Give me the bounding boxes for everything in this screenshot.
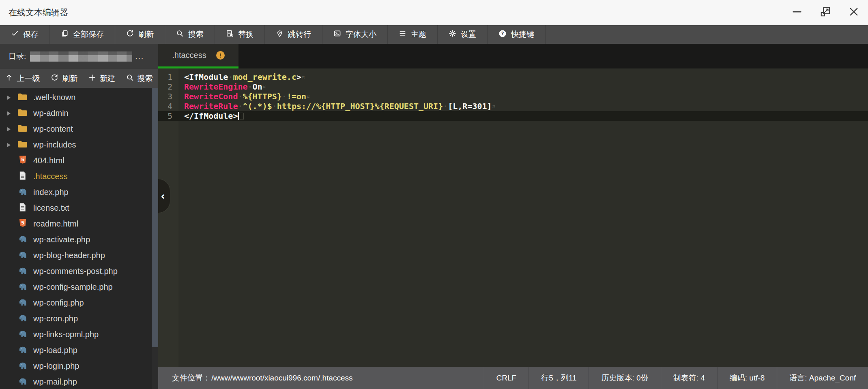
expand-arrow-icon[interactable] bbox=[7, 111, 17, 115]
pin-icon bbox=[276, 30, 284, 39]
status-segment-history-versions[interactable]: 历史版本: 0份 bbox=[589, 367, 660, 389]
whitespace-dot: · bbox=[238, 101, 243, 111]
refresh-button-label: 刷新 bbox=[138, 29, 154, 40]
sidebar-scrollbar[interactable] bbox=[152, 88, 158, 389]
status-segment-eol-mode[interactable]: CRLF bbox=[484, 367, 529, 389]
save-button[interactable]: 保存 bbox=[0, 25, 50, 44]
sidebar-action-up-level[interactable]: 上一级 bbox=[5, 73, 40, 84]
search-button[interactable]: 搜索 bbox=[165, 25, 215, 44]
tree-item-label: wp-includes bbox=[33, 140, 76, 150]
whitespace-dot: · bbox=[228, 72, 233, 82]
sidebar-action-search[interactable]: 搜索 bbox=[126, 73, 153, 84]
tree-item-label: wp-blog-header.php bbox=[33, 251, 105, 260]
search-button-label: 搜索 bbox=[188, 29, 204, 40]
code-token: On bbox=[253, 82, 262, 92]
expand-arrow-icon[interactable] bbox=[7, 127, 17, 131]
tree-item[interactable]: wp-mail.php bbox=[0, 374, 152, 389]
sidebar-action-label: 刷新 bbox=[62, 73, 77, 84]
directory-path-masked bbox=[30, 51, 132, 62]
tree-item[interactable]: 5404.html bbox=[0, 153, 152, 169]
code-token: <IfModule bbox=[184, 72, 228, 82]
shortcuts-button[interactable]: ?快捷键 bbox=[488, 25, 546, 44]
whitespace-dot: · bbox=[282, 92, 287, 101]
refresh-button[interactable]: 刷新 bbox=[115, 25, 165, 44]
code-token: [L,R=301] bbox=[448, 101, 492, 111]
code-token: mod_rewrite.c bbox=[233, 72, 296, 82]
code-line: 4RewriteRule·^(.*)$·https://%{HTTP_HOST}… bbox=[158, 101, 868, 111]
refresh-icon bbox=[126, 30, 134, 39]
code-line: 3RewriteCond·%{HTTPS}·!=on¤ bbox=[158, 92, 868, 101]
terminal-icon bbox=[333, 30, 341, 39]
editor-panel: .htaccess ! ‹ 1<IfModule·mod_rewrite.c>¤… bbox=[158, 44, 868, 367]
tree-item[interactable]: .htaccess bbox=[0, 169, 152, 184]
minimize-button[interactable] bbox=[789, 5, 805, 20]
search-icon bbox=[176, 30, 184, 39]
save-all-button-label: 全部保存 bbox=[73, 29, 104, 40]
tree-item[interactable]: .well-known bbox=[0, 90, 152, 105]
help-icon: ? bbox=[498, 30, 507, 40]
svg-text:5: 5 bbox=[21, 220, 24, 226]
folder-icon bbox=[17, 92, 28, 103]
tree-item[interactable]: wp-content bbox=[0, 121, 152, 137]
tree-item[interactable]: license.txt bbox=[0, 200, 152, 216]
replace-button[interactable]: 替换 bbox=[215, 25, 265, 44]
tree-item[interactable]: wp-load.php bbox=[0, 342, 152, 358]
tree-item-label: wp-cron.php bbox=[33, 314, 78, 323]
tree-item[interactable]: wp-activate.php bbox=[0, 232, 152, 248]
code-token: > bbox=[296, 72, 301, 82]
maximize-button[interactable] bbox=[818, 5, 833, 20]
check-icon bbox=[11, 30, 19, 39]
expand-arrow-icon[interactable] bbox=[7, 96, 17, 100]
status-segment-encoding[interactable]: 编码: utf-8 bbox=[717, 367, 777, 389]
status-segment-tab-size[interactable]: 制表符: 4 bbox=[661, 367, 717, 389]
status-segment-text: 历史版本: 0份 bbox=[601, 373, 648, 383]
font-size-button[interactable]: 字体大小 bbox=[322, 25, 388, 44]
sidebar-action-label: 新建 bbox=[100, 73, 115, 84]
tree-item[interactable]: wp-links-opml.php bbox=[0, 327, 152, 342]
expand-arrow-icon[interactable] bbox=[7, 143, 17, 147]
sidebar-scrollbar-thumb[interactable] bbox=[152, 88, 158, 347]
whitespace-dot: · bbox=[443, 101, 448, 111]
file-location: 文件位置： /www/wwwroot/xiaocui996.com/.htacc… bbox=[158, 367, 484, 389]
plus-icon bbox=[88, 74, 96, 83]
tree-item[interactable]: wp-blog-header.php bbox=[0, 248, 152, 263]
status-segment-cursor-position[interactable]: 行5，列11 bbox=[529, 367, 589, 389]
php-file-icon bbox=[17, 235, 28, 245]
sidebar-action-refresh[interactable]: 刷新 bbox=[51, 73, 77, 84]
file-sidebar: 目录: ... 上一级刷新新建搜索 .well-knownwp-adminwp-… bbox=[0, 44, 158, 389]
status-segment-text: 制表符: 4 bbox=[673, 373, 705, 383]
status-segment-text: 语言: Apache_Conf bbox=[789, 373, 856, 383]
sidebar-action-new[interactable]: 新建 bbox=[88, 73, 115, 84]
arrow-up-icon bbox=[5, 74, 13, 83]
svg-text:5: 5 bbox=[21, 157, 24, 162]
tree-item[interactable]: wp-comments-post.php bbox=[0, 263, 152, 279]
code-area[interactable]: 1<IfModule·mod_rewrite.c>¤2RewriteEngine… bbox=[158, 68, 868, 367]
replace-icon bbox=[226, 30, 234, 39]
line-number: 3 bbox=[158, 92, 178, 101]
php-file-icon bbox=[17, 298, 28, 308]
goto-line-button[interactable]: 跳转行 bbox=[265, 25, 322, 44]
sidebar-actions: 上一级刷新新建搜索 bbox=[0, 69, 158, 88]
php-file-icon bbox=[17, 329, 28, 340]
directory-row: 目录: ... bbox=[0, 44, 158, 69]
tree-item[interactable]: wp-cron.php bbox=[0, 311, 152, 327]
code-line-text: RewriteCond·%{HTTPS}·!=on¤ bbox=[178, 92, 310, 101]
svg-text:?: ? bbox=[501, 31, 504, 36]
tree-item[interactable]: wp-login.php bbox=[0, 358, 152, 374]
php-file-icon bbox=[17, 361, 28, 372]
tree-item[interactable]: 5readme.html bbox=[0, 216, 152, 232]
tree-item[interactable]: index.php bbox=[0, 184, 152, 200]
tab-htaccess[interactable]: .htaccess ! bbox=[158, 44, 238, 68]
text-file-icon bbox=[18, 203, 27, 214]
close-button[interactable] bbox=[846, 5, 862, 20]
tree-item[interactable]: wp-config.php bbox=[0, 295, 152, 311]
tree-item[interactable]: wp-config-sample.php bbox=[0, 279, 152, 295]
save-all-button[interactable]: 全部保存 bbox=[50, 25, 115, 44]
tree-item[interactable]: wp-includes bbox=[0, 137, 152, 153]
theme-button[interactable]: 主题 bbox=[388, 25, 438, 44]
tree-item[interactable]: wp-admin bbox=[0, 105, 152, 121]
search-icon bbox=[126, 74, 134, 83]
status-segment-language[interactable]: 语言: Apache_Conf bbox=[777, 367, 868, 389]
settings-button[interactable]: 设置 bbox=[438, 25, 488, 44]
text-file-icon bbox=[18, 171, 27, 182]
